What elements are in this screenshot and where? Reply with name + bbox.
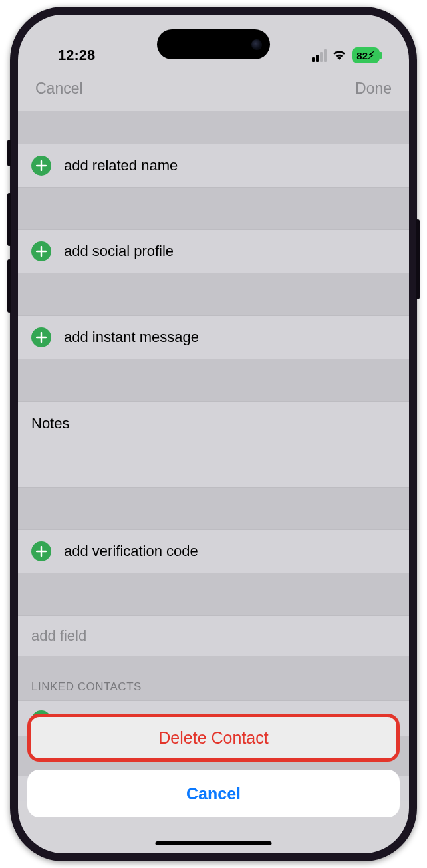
cancel-button[interactable]: Cancel — [35, 80, 83, 98]
button-label: Delete Contact — [158, 728, 268, 748]
wifi-icon — [332, 47, 347, 64]
add-social-profile-row[interactable]: add social profile — [18, 229, 409, 273]
battery-indicator: 82⚡︎ — [352, 47, 380, 63]
volume-up-button — [7, 193, 11, 246]
row-label: add related name — [64, 157, 178, 174]
done-button[interactable]: Done — [355, 80, 392, 98]
linked-contacts-header: LINKED CONTACTS — [18, 656, 409, 700]
notes-field[interactable]: Notes — [18, 401, 409, 488]
action-sheet-cancel-button[interactable]: Cancel — [27, 770, 400, 817]
contact-edit-form: add related name add social profile add … — [18, 111, 409, 801]
add-instant-message-row[interactable]: add instant message — [18, 315, 409, 359]
add-related-name-row[interactable]: add related name — [18, 144, 409, 188]
navigation-bar: Cancel Done — [18, 68, 409, 111]
button-label: Cancel — [186, 784, 241, 803]
plus-icon — [31, 156, 51, 176]
power-button — [416, 219, 420, 299]
add-verification-code-row[interactable]: add verification code — [18, 529, 409, 573]
silence-switch — [7, 140, 11, 166]
status-time: 12:28 — [45, 47, 95, 64]
row-label: add instant message — [64, 329, 199, 346]
notes-label: Notes — [31, 415, 69, 432]
row-label: add field — [31, 627, 86, 644]
volume-down-button — [7, 259, 11, 313]
plus-icon — [31, 541, 51, 561]
row-label: add social profile — [64, 243, 174, 260]
action-sheet: Delete Contact Cancel — [18, 714, 409, 853]
plus-icon — [31, 241, 51, 261]
battery-percent: 82 — [356, 50, 368, 61]
plus-icon — [31, 327, 51, 347]
cellular-signal-icon — [312, 49, 327, 62]
charging-icon: ⚡︎ — [368, 49, 375, 61]
home-indicator[interactable] — [156, 841, 272, 845]
add-field-row[interactable]: add field — [18, 615, 409, 656]
front-camera — [251, 39, 262, 50]
delete-contact-button[interactable]: Delete Contact — [27, 714, 400, 762]
phone-frame: 12:28 82⚡︎ Cancel Done — [10, 7, 417, 861]
dynamic-island — [157, 29, 270, 59]
screen: 12:28 82⚡︎ Cancel Done — [18, 15, 409, 853]
row-label: add verification code — [64, 543, 198, 560]
